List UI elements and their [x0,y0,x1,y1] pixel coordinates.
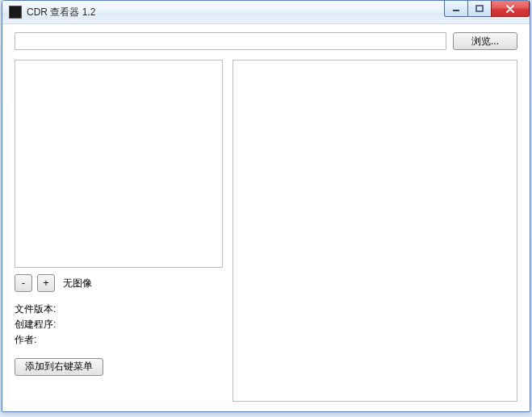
minimize-button[interactable] [444,1,468,17]
browse-button[interactable]: 浏览... [453,32,517,50]
zoom-in-button[interactable]: + [37,274,55,292]
path-row: 浏览... [15,32,517,50]
add-context-menu-button[interactable]: 添加到右键菜单 [15,358,103,376]
close-icon [505,5,515,13]
body-row: - + 无图像 文件版本: 创建程序: 作者: [15,60,517,402]
client-area: 浏览... - + 无图像 文件版本: 创建程序: [2,24,530,411]
maximize-icon [475,5,484,13]
left-column: - + 无图像 文件版本: 创建程序: 作者: [15,60,223,402]
zoom-out-button[interactable]: - [15,274,32,292]
file-info: 文件版本: 创建程序: 作者: [15,302,223,348]
creator-row: 创建程序: [15,317,223,332]
close-button[interactable] [491,1,530,17]
preview-panel [232,60,517,402]
file-version-label: 文件版本: [15,303,56,315]
no-image-label: 无图像 [63,277,92,290]
author-row: 作者: [15,332,223,348]
thumbnail-panel [15,60,223,268]
window-title: CDR 查看器 1.2 [27,6,95,19]
svg-rect-1 [476,6,483,11]
zoom-controls: - + 无图像 [15,274,223,292]
author-label: 作者: [15,334,36,345]
file-version-row: 文件版本: [15,302,223,317]
window-controls [445,1,530,17]
maximize-button[interactable] [467,1,492,17]
app-icon [9,6,22,19]
creator-label: 创建程序: [15,319,56,330]
title-bar[interactable]: CDR 查看器 1.2 [2,1,530,24]
svg-rect-0 [453,10,459,11]
minimize-icon [452,5,460,13]
context-menu-row: 添加到右键菜单 [15,358,223,376]
file-path-input[interactable] [15,32,446,50]
app-window: CDR 查看器 1.2 浏览... [2,0,530,412]
